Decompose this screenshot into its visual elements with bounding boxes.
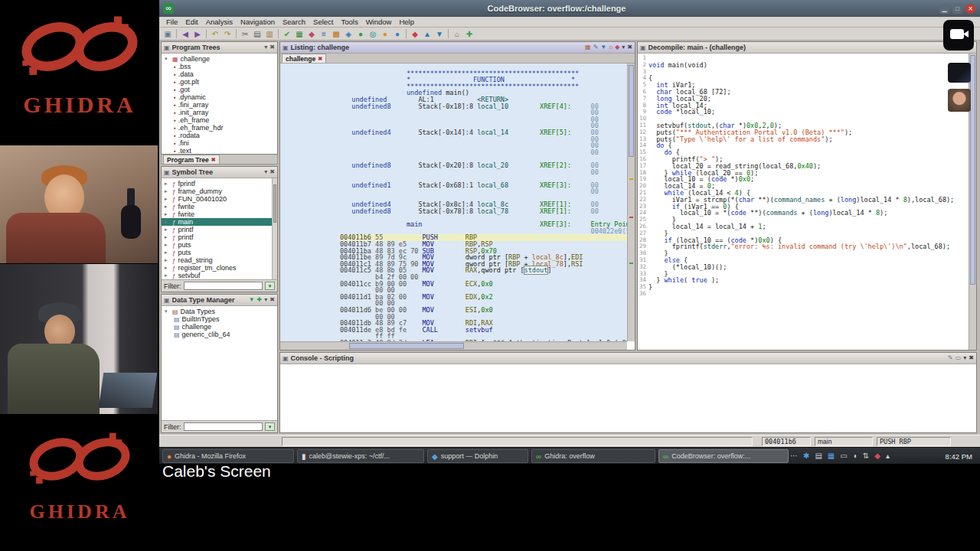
menu-navigation[interactable]: Navigation	[237, 18, 279, 26]
code-listing-icon[interactable]: ≡	[318, 28, 329, 39]
tree-item-init-array[interactable]: ▪.init_array	[162, 109, 277, 116]
close-icon[interactable]: ✖	[969, 355, 974, 361]
chevron-down-icon[interactable]: ▾	[963, 355, 966, 361]
back-icon[interactable]: ◀	[180, 28, 191, 39]
decompiler-line[interactable]: 26 local_14 = local_14 + 1;	[638, 223, 969, 230]
memory-map-icon[interactable]: ▦	[294, 28, 305, 39]
home-icon[interactable]: ⌂	[452, 28, 462, 39]
decompiler-line[interactable]: 29 fprintf(stderr,"error: %s: invalid co…	[638, 243, 969, 250]
edit-icon[interactable]: ✎	[593, 44, 599, 51]
taskbar-item-support-dolp[interactable]: ◆support — Dolphin	[427, 449, 528, 463]
security-icon[interactable]: ◆	[874, 452, 880, 460]
menu-file[interactable]: File	[162, 18, 181, 26]
volume-icon[interactable]: ◖	[853, 452, 858, 460]
symbol-puts[interactable]: ▸ƒputs	[162, 249, 272, 256]
symbol-puts[interactable]: ▸ƒputs	[162, 241, 272, 249]
data-type-manager-header[interactable]: ▣ Data Type Manager ▼✚▾✖	[162, 295, 277, 306]
overflow-menu-icon[interactable]: ⋯	[790, 452, 798, 460]
menu-select[interactable]: Select	[309, 18, 337, 26]
check-icon[interactable]: ✔	[282, 28, 292, 39]
decompiler-line[interactable]: 24 local_10 = *(code **)(commands + (lon…	[638, 210, 969, 217]
decompiler-header[interactable]: ▣ Decompile: main - (challenge) ↻▤▾✖	[638, 42, 976, 54]
symbol-tree-header[interactable]: ▣ Symbol Tree ▾✖	[162, 167, 277, 178]
close-icon[interactable]: ✖	[270, 297, 275, 303]
chevron-down-icon[interactable]: ▾	[622, 44, 625, 51]
scrollbar-thumb[interactable]	[629, 65, 634, 157]
chevron-down-icon[interactable]: ▾	[264, 169, 267, 175]
maximize-button[interactable]: □	[952, 4, 962, 14]
globe-icon[interactable]: ◎	[368, 28, 378, 39]
filter-options-icon[interactable]: ▾	[265, 282, 275, 290]
tree-item-generic-clib-64[interactable]: ▤generic_clib_64	[162, 331, 277, 338]
script-manager-icon[interactable]: ●	[355, 28, 366, 39]
taskbar-item-codebrowser-o[interactable]: ∞CodeBrowser: overflow:...	[658, 449, 789, 463]
symbol-main[interactable]: ▸ƒmain	[162, 218, 272, 226]
home-icon[interactable]: ⌂	[609, 44, 612, 51]
tree-item-fini[interactable]: ▪.fini	[162, 139, 277, 147]
bluetooth-icon[interactable]: ✱	[803, 452, 809, 460]
chevron-down-icon[interactable]: ▾	[264, 44, 267, 51]
dtm-filter-input[interactable]	[184, 422, 263, 431]
decompiler-line[interactable]: 9 code *local_10;	[638, 109, 969, 116]
tree-root-data-types[interactable]: ▾▤Data Types	[162, 308, 277, 315]
orange-ball-icon[interactable]: ●	[380, 28, 390, 39]
window-titlebar[interactable]: ∞ CodeBrowser: overflow:/challenge ▁□✕	[159, 0, 980, 17]
save-icon[interactable]: ▣	[162, 28, 173, 39]
tree-item-eh-frame-hdr[interactable]: ▪.eh_frame_hdr	[162, 124, 277, 132]
tree-item-builtintypes[interactable]: ▤BuiltInTypes	[162, 315, 277, 323]
taskbar-item-caleb-stewie-x[interactable]: ▮caleb@stewie-xps: ~/ctf/...	[297, 449, 424, 463]
taskbar-item-ghidra-overfl[interactable]: ∞Ghidra: overflow	[531, 449, 655, 463]
symbol-printf[interactable]: ▸ƒprintf	[162, 226, 272, 233]
tree-item-got[interactable]: ▪.got	[162, 86, 277, 93]
copy-icon[interactable]: ▤	[252, 28, 263, 39]
decompiler-line[interactable]: 2void main(void)	[638, 62, 969, 69]
listing-view[interactable]: ****************************************…	[280, 64, 627, 341]
symbol-read-string[interactable]: ▸ƒread_string	[162, 256, 272, 264]
listing-row[interactable]: 00	[340, 169, 627, 176]
symbol-frame-dummy[interactable]: ▸ƒframe_dummy	[162, 187, 272, 195]
diff-icon[interactable]: ◆	[615, 44, 619, 51]
up-arrow-icon[interactable]: ▲	[422, 28, 433, 39]
symbol-printf[interactable]: ▸ƒprintf	[162, 233, 272, 241]
paste-icon[interactable]: ▥	[264, 28, 275, 39]
symbol-tree-scrollbar[interactable]	[272, 178, 277, 279]
menu-tools[interactable]: Tools	[337, 18, 361, 26]
tree-item-rodata[interactable]: ▪.rodata	[162, 132, 277, 139]
scrollbar-thumb[interactable]	[349, 343, 464, 349]
tree-item-data[interactable]: ▪.data	[162, 70, 277, 78]
menu-help[interactable]: Help	[395, 18, 418, 26]
screen-icon[interactable]: ▭	[840, 452, 847, 460]
cut-icon[interactable]: ✂	[240, 28, 250, 39]
close-icon[interactable]: ✖	[270, 44, 275, 51]
tree-root-challenge[interactable]: ▾▦challenge	[162, 55, 277, 63]
chevron-down-icon[interactable]: ▾	[264, 297, 267, 303]
minimize-button[interactable]: ▁	[939, 4, 949, 14]
tree-item-dynamic[interactable]: ▪.dynamic	[162, 93, 277, 101]
decompiler-line[interactable]: 36	[638, 291, 969, 298]
symbol-fwrite[interactable]: ▸ƒfwrite	[162, 210, 272, 218]
plus-icon[interactable]: ✚	[464, 28, 475, 39]
tree-item-fini-array[interactable]: ▪.fini_array	[162, 101, 277, 109]
symbol-fprintf[interactable]: ▸ƒfprintf	[162, 180, 272, 187]
tree-item-text[interactable]: ▪.text	[162, 147, 277, 154]
clear-icon[interactable]: ▭	[956, 355, 962, 361]
listing-horizontal-scrollbar[interactable]	[280, 341, 627, 350]
undo-icon[interactable]: ↶	[210, 28, 220, 39]
app-grid-icon[interactable]: ▦	[828, 452, 835, 460]
symbol-register-tm-clones[interactable]: ▸ƒregister_tm_clones	[162, 264, 272, 272]
down-icon[interactable]: ▼	[600, 44, 606, 51]
listing-vertical-scrollbar[interactable]	[627, 64, 635, 341]
decompiler-line[interactable]: 13 puts("Type \'help\' for a list of com…	[638, 136, 969, 143]
menu-window[interactable]: Window	[362, 18, 396, 26]
listing-header[interactable]: ▣ Listing: challenge ▦✎▼⌂◆▾✖	[280, 42, 635, 54]
clock[interactable]: 8:42 PM	[946, 448, 972, 465]
decompiler-line[interactable]: 14 do {	[638, 142, 969, 149]
decompiler-line[interactable]: 3	[638, 69, 969, 76]
decompiler-line[interactable]: 35}	[638, 284, 969, 291]
decompiler-line[interactable]: 32 (*local_10)();	[638, 264, 969, 271]
symbol-fwrite[interactable]: ▸ƒfwrite	[162, 203, 272, 210]
symbol-filter-input[interactable]	[184, 282, 263, 290]
redo-icon[interactable]: ↷	[222, 28, 233, 39]
close-icon[interactable]: ✖	[270, 169, 275, 175]
taskbar-item-ghidra-mozil[interactable]: ●Ghidra - Mozilla Firefox	[162, 449, 294, 463]
